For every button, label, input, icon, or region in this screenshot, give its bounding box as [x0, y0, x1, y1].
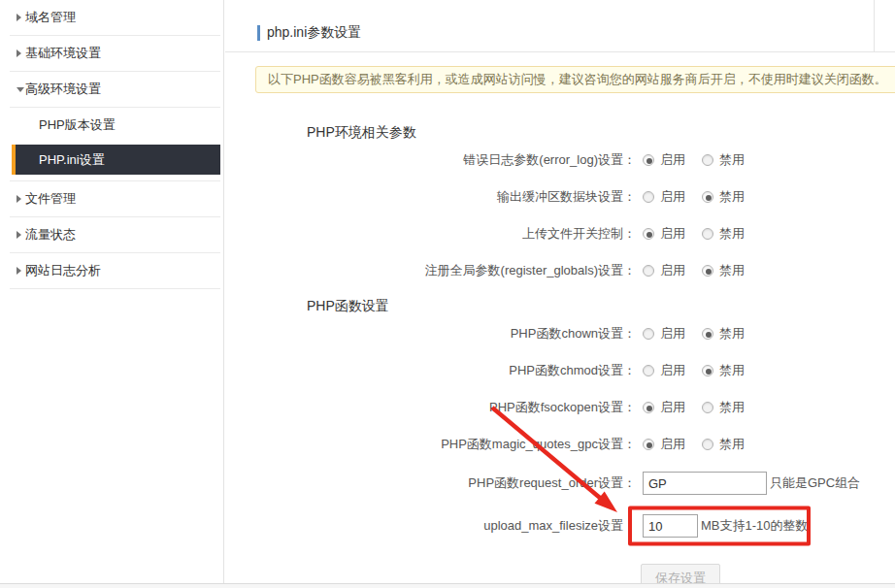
- field-label: 注册全局参数(register_globals)设置：: [225, 262, 636, 279]
- title-accent-bar: [257, 25, 260, 41]
- form-row-magic-quotes-gpc: PHP函数magic_quotes_gpc设置： 启用 禁用: [225, 426, 895, 463]
- radio-option-disable: 禁用: [702, 436, 745, 453]
- sidebar-item-label: 网站日志分析: [25, 253, 101, 288]
- radio-button-disable[interactable]: [702, 265, 713, 277]
- radio-option-disable: 禁用: [702, 362, 745, 379]
- radio-button-enable[interactable]: [643, 365, 654, 376]
- header-divider: [225, 51, 895, 52]
- radio-label: 禁用: [719, 399, 745, 416]
- sidebar-item-label: 流量状态: [25, 217, 76, 252]
- radio-label: 禁用: [719, 362, 745, 379]
- radio-button-disable[interactable]: [702, 328, 713, 340]
- radio-option-enable: 启用: [643, 225, 685, 243]
- section-heading-php-env: PHP环境相关参数: [307, 124, 895, 142]
- sidebar-item-advanced-env[interactable]: 高级环境设置: [10, 72, 220, 108]
- form-row-file-uploads: 上传文件开关控制： 启用 禁用: [225, 215, 895, 252]
- radio-option-enable: 启用: [643, 151, 685, 169]
- sidebar-item-file-management[interactable]: 文件管理: [10, 181, 220, 217]
- field-hint: MB支持1-10的整数: [701, 517, 809, 535]
- collapse-arrow-icon: [10, 195, 25, 203]
- sidebar-subitem-label: PHP版本设置: [39, 117, 116, 132]
- radio-button-disable[interactable]: [702, 154, 713, 166]
- radio-option-enable: 启用: [643, 399, 685, 416]
- radio-option-disable: 禁用: [702, 188, 745, 206]
- sidebar-subitem-label: PHP.ini设置: [39, 152, 105, 167]
- collapse-arrow-icon: [10, 231, 25, 239]
- radio-label: 禁用: [719, 325, 745, 343]
- radio-option-disable: 禁用: [702, 325, 745, 343]
- radio-option-disable: 禁用: [702, 151, 745, 169]
- warning-text: 以下PHP函数容易被黑客利用，或造成网站访问慢，建议咨询您的网站服务商后开启，不…: [268, 72, 887, 86]
- radio-button-disable[interactable]: [702, 228, 713, 240]
- radio-button-enable[interactable]: [643, 402, 654, 413]
- radio-label: 启用: [660, 325, 685, 343]
- upload-max-filesize-input[interactable]: [643, 514, 698, 538]
- main-content: php.ini参数设置 以下PHP函数容易被黑客利用，或造成网站访问慢，建议咨询…: [225, 0, 895, 583]
- form-row-upload-max-filesize: upload_max_filesize设置： MB支持1-10的整数: [225, 504, 895, 548]
- form-row-fsockopen: PHP函数fsockopen设置： 启用 禁用: [225, 389, 895, 426]
- radio-label: 启用: [660, 225, 685, 243]
- field-hint: 只能是GPC组合: [770, 474, 860, 492]
- field-label: PHP函数chmod设置：: [225, 362, 636, 379]
- sidebar-subitem-php-version[interactable]: PHP版本设置: [0, 108, 223, 143]
- request-order-input[interactable]: [643, 472, 767, 495]
- page-title: php.ini参数设置: [267, 24, 361, 42]
- field-label: 错误日志参数(error_log)设置：: [225, 151, 636, 169]
- radio-label: 禁用: [719, 225, 745, 243]
- radio-button-disable[interactable]: [702, 365, 713, 376]
- field-label: PHP函数magic_quotes_gpc设置：: [225, 436, 636, 453]
- form-row-request-order: PHP函数request_order设置： 只能是GPC组合: [225, 463, 895, 504]
- radio-button-enable[interactable]: [643, 265, 654, 277]
- radio-button-disable[interactable]: [702, 439, 713, 450]
- page-header: php.ini参数设置: [225, 0, 895, 42]
- collapse-arrow-icon: [10, 49, 25, 57]
- sidebar-subitem-php-ini[interactable]: PHP.ini设置: [12, 145, 220, 175]
- radio-option-disable: 禁用: [702, 262, 745, 279]
- field-label: upload_max_filesize设置：: [225, 517, 636, 535]
- radio-option-enable: 启用: [643, 362, 685, 379]
- sidebar-item-site-log-analysis[interactable]: 网站日志分析: [10, 253, 220, 289]
- radio-option-enable: 启用: [643, 325, 685, 343]
- radio-label: 启用: [660, 262, 685, 279]
- radio-button-disable[interactable]: [702, 191, 713, 203]
- radio-button-enable[interactable]: [643, 328, 654, 340]
- radio-label: 禁用: [719, 151, 745, 169]
- radio-label: 启用: [660, 151, 685, 169]
- radio-label: 禁用: [719, 188, 745, 206]
- sidebar-item-domain-management[interactable]: 域名管理: [10, 0, 220, 36]
- radio-button-enable[interactable]: [643, 191, 654, 203]
- warning-banner: 以下PHP函数容易被黑客利用，或造成网站访问慢，建议咨询您的网站服务商后开启，不…: [255, 66, 895, 93]
- php-ini-settings-page: 域名管理 基础环境设置 高级环境设置 PHP版本设置 PHP.ini设置 文件管…: [0, 0, 895, 588]
- expand-arrow-icon: [10, 87, 25, 92]
- section-heading-php-functions: PHP函数设置: [307, 298, 895, 315]
- sidebar-item-basic-env[interactable]: 基础环境设置: [10, 36, 220, 72]
- field-label: PHP函数chown设置：: [225, 325, 636, 343]
- radio-button-enable[interactable]: [643, 228, 654, 240]
- radio-button-disable[interactable]: [702, 402, 713, 413]
- form-row-chown: PHP函数chown设置： 启用 禁用: [225, 315, 895, 352]
- sidebar-item-label: 文件管理: [25, 181, 76, 216]
- sidebar-item-label: 高级环境设置: [25, 72, 101, 107]
- radio-option-enable: 启用: [643, 436, 685, 453]
- page-bottom-strip: [0, 584, 895, 588]
- form-row-output-buffering: 输出缓冲区数据块设置： 启用 禁用: [225, 179, 895, 215]
- radio-option-enable: 启用: [643, 188, 685, 206]
- radio-option-disable: 禁用: [702, 399, 745, 416]
- sidebar-item-label: 域名管理: [25, 0, 76, 35]
- sidebar-item-traffic-status[interactable]: 流量状态: [10, 217, 220, 253]
- radio-label: 禁用: [719, 262, 745, 279]
- radio-label: 启用: [660, 436, 685, 453]
- radio-label: 启用: [660, 362, 685, 379]
- radio-label: 禁用: [719, 436, 745, 453]
- radio-option-enable: 启用: [643, 262, 685, 279]
- collapse-arrow-icon: [10, 267, 25, 275]
- form-row-error-log: 错误日志参数(error_log)设置： 启用 禁用: [225, 142, 895, 179]
- radio-button-enable[interactable]: [643, 439, 654, 450]
- radio-button-enable[interactable]: [643, 154, 654, 166]
- field-label: PHP函数request_order设置：: [225, 474, 636, 492]
- sidebar-item-label: 基础环境设置: [25, 36, 101, 71]
- radio-label: 启用: [660, 188, 685, 206]
- form-row-register-globals: 注册全局参数(register_globals)设置： 启用 禁用: [225, 252, 895, 289]
- radio-label: 启用: [660, 399, 685, 416]
- field-label: 上传文件开关控制：: [225, 225, 636, 243]
